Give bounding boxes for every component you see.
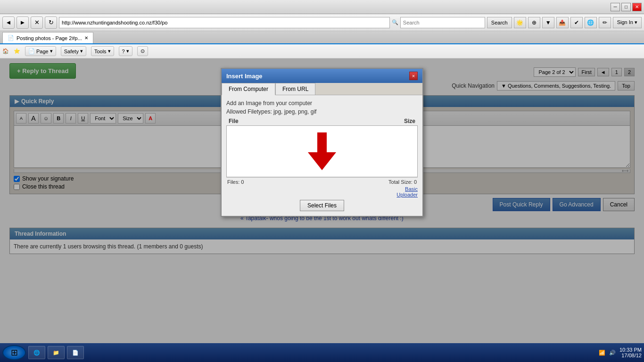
sign-in-button[interactable]: Sign In ▾	[613, 17, 642, 28]
toolbar-icon-3[interactable]: ▼	[542, 17, 554, 28]
tab-from-url[interactable]: From URL	[275, 83, 315, 95]
total-size: Total Size: 0	[388, 179, 417, 185]
toolbar-icon-1[interactable]: 🌟	[514, 17, 526, 28]
file-drop-area[interactable]	[226, 125, 418, 177]
tab-label: Posting photos - Page 2#p...	[17, 35, 82, 41]
tab-from-computer[interactable]: From Computer	[222, 83, 275, 95]
taskbar-ie[interactable]: 🌐	[28, 346, 45, 359]
page-content: + Reply to Thread Page 2 of 2 First ◄ 1 …	[0, 58, 644, 343]
volume-icon: 🔊	[609, 350, 616, 356]
home-icon: 🏠	[2, 48, 9, 54]
basic-uploader-link: Basic Uploader	[226, 186, 418, 197]
safety-menu[interactable]: Safety ▾	[61, 46, 86, 56]
svg-marker-1	[308, 152, 336, 170]
size-column-header: Size	[404, 118, 415, 124]
date-display: 17/08/12	[619, 353, 642, 358]
tab-posting-photos[interactable]: 📄 Posting photos - Page 2#p... ✕	[2, 32, 93, 43]
forum-content: + Reply to Thread Page 2 of 2 First ◄ 1 …	[0, 58, 644, 343]
select-files-button[interactable]: Select Files	[300, 200, 344, 211]
tab-close-button[interactable]: ✕	[84, 35, 88, 41]
dialog-title: Insert Image	[226, 73, 263, 80]
maximize-button[interactable]: □	[621, 3, 631, 11]
toolbar-icon-2[interactable]: ⊕	[528, 17, 540, 28]
page-menu[interactable]: 📄 Page ▾	[25, 46, 56, 56]
clock: 10:33 PM 17/08/12	[619, 347, 642, 358]
svg-rect-0	[317, 132, 327, 154]
dialog-titlebar: Insert Image ×	[222, 69, 422, 83]
basic-uploader-anchor[interactable]: Basic Uploader	[396, 186, 418, 197]
dialog-desc-line1: Add an Image from your computer	[226, 100, 418, 107]
tab-icon: 📄	[8, 35, 14, 41]
modal-overlay: Insert Image × From Computer From URL Ad…	[0, 58, 644, 343]
network-icon: 📶	[599, 350, 605, 356]
search-button[interactable]: Search	[487, 17, 512, 28]
file-stats: Files: 0 Total Size: 0	[226, 177, 418, 186]
file-table-header: File Size	[226, 117, 418, 125]
files-count: Files: 0	[227, 179, 244, 185]
start-icon: ⊞	[11, 347, 18, 358]
tab-bar: 📄 Posting photos - Page 2#p... ✕	[0, 31, 644, 44]
tools-menu[interactable]: Tools ▾	[91, 46, 114, 56]
taskbar-explorer[interactable]: 📁	[48, 346, 65, 359]
search-icon: 🔍	[392, 19, 398, 25]
ie-icon: 🌐	[33, 348, 41, 357]
autofill-button[interactable]: ✏	[599, 17, 611, 28]
translate-button[interactable]: 🌐	[585, 17, 597, 28]
page-icon: 📄	[28, 48, 35, 54]
address-bar[interactable]	[59, 17, 390, 28]
dialog-body: Add an Image from your computer Allowed …	[222, 95, 422, 216]
research-btn[interactable]: ⊙	[137, 46, 148, 56]
navigation-bar: ◄ ► ✕ ↻ 🔍 Search 🌟 ⊕ ▼ 📤 ✔ 🌐 ✏ Sign In ▾	[0, 14, 644, 31]
forward-button[interactable]: ►	[17, 16, 29, 29]
close-button[interactable]: ✕	[632, 3, 642, 11]
insert-image-dialog: Insert Image × From Computer From URL Ad…	[221, 68, 423, 217]
check-button[interactable]: ✔	[570, 17, 583, 28]
taskbar: ⊞ 🌐 📁 📄 📶 🔊 10:33 PM 17/08/12	[0, 343, 644, 362]
stop-button[interactable]: ✕	[31, 16, 43, 29]
explorer-icon: 📁	[52, 348, 60, 357]
search-input[interactable]	[400, 17, 485, 28]
start-button[interactable]: ⊞	[2, 345, 26, 360]
share-button[interactable]: 📤	[556, 17, 569, 28]
minimize-button[interactable]: ─	[611, 3, 620, 11]
refresh-button[interactable]: ↻	[45, 16, 57, 29]
ie-toolbar: 🏠 ⭐ 📄 Page ▾ Safety ▾ Tools ▾ ? ▾ ⊙	[0, 44, 644, 58]
back-button[interactable]: ◄	[2, 16, 15, 29]
doc-icon: 📄	[71, 348, 80, 357]
taskbar-doc[interactable]: 📄	[67, 346, 84, 359]
taskbar-right: 📶 🔊 10:33 PM 17/08/12	[599, 347, 642, 358]
dialog-tabs: From Computer From URL	[222, 83, 422, 95]
window-controls: ─ □ ✕	[611, 3, 642, 11]
time-display: 10:33 PM	[619, 347, 642, 353]
help-menu[interactable]: ? ▾	[119, 46, 132, 56]
dialog-desc-line2: Allowed Filetypes: jpg, jpeg, png, gif	[226, 108, 418, 115]
dialog-close-button[interactable]: ×	[409, 72, 418, 80]
file-column-header: File	[229, 118, 239, 124]
drop-arrow-icon	[308, 132, 336, 170]
favorites-icon: ⭐	[14, 48, 20, 54]
browser-titlebar: ─ □ ✕	[0, 0, 644, 14]
